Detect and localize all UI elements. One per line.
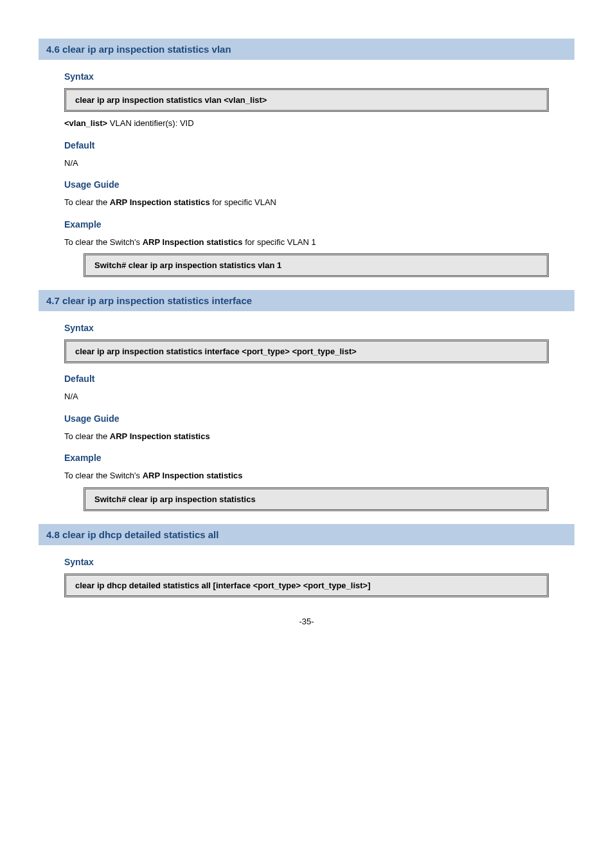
default-label: Default <box>39 140 574 150</box>
example-cmd-text: Switch# clear ip arp inspection statisti… <box>94 260 281 270</box>
example-bold: ARP Inspection statistics <box>143 471 243 480</box>
example-command: Switch# clear ip arp inspection statisti… <box>84 487 549 511</box>
example-command: Switch# clear ip arp inspection statisti… <box>84 253 549 277</box>
example-text: To clear the Switch's ARP Inspection sta… <box>39 236 574 249</box>
syntax-label: Syntax <box>39 323 574 333</box>
syntax-label: Syntax <box>39 557 574 567</box>
section-header: 4.7 clear ip arp inspection statistics i… <box>39 290 574 311</box>
param-name: <vlan_list> <box>64 118 107 128</box>
default-value: N/A <box>39 157 574 170</box>
usage-bold: ARP Inspection statistics <box>110 197 210 207</box>
example-prefix: To clear the Switch's <box>64 471 143 480</box>
param-desc: VLAN identifier(s): VID <box>107 118 193 128</box>
usage-prefix: To clear the <box>64 431 110 441</box>
param-line: <vlan_list> VLAN identifier(s): VID <box>39 117 574 130</box>
default-label: Default <box>39 374 574 384</box>
example-label: Example <box>39 219 574 230</box>
syntax-command: clear ip arp inspection statistics inter… <box>64 339 549 363</box>
syntax-command: clear ip dhcp detailed statistics all [i… <box>64 574 549 597</box>
usage-prefix: To clear the <box>64 197 110 207</box>
usage-label: Usage Guide <box>39 179 574 190</box>
syntax-command: clear ip arp inspection statistics vlan … <box>64 88 549 112</box>
usage-label: Usage Guide <box>39 413 574 424</box>
usage-text: To clear the ARP Inspection statistics f… <box>39 196 574 209</box>
usage-text: To clear the ARP Inspection statistics <box>39 430 574 443</box>
section-header: 4.6 clear ip arp inspection statistics v… <box>39 39 574 60</box>
syntax-label: Syntax <box>39 71 574 82</box>
section-header: 4.8 clear ip dhcp detailed statistics al… <box>39 524 574 545</box>
example-prefix: To clear the Switch's <box>64 237 143 247</box>
example-text: To clear the Switch's ARP Inspection sta… <box>39 469 574 482</box>
default-value: N/A <box>39 390 574 403</box>
usage-suffix: for specific VLAN <box>210 197 276 207</box>
page-number: -35- <box>39 617 574 626</box>
usage-bold: ARP Inspection statistics <box>110 431 210 441</box>
example-bold: ARP Inspection statistics <box>143 237 243 247</box>
example-suffix: for specific VLAN 1 <box>243 237 316 247</box>
example-cmd-text: Switch# clear ip arp inspection statisti… <box>94 494 256 504</box>
example-label: Example <box>39 453 574 463</box>
